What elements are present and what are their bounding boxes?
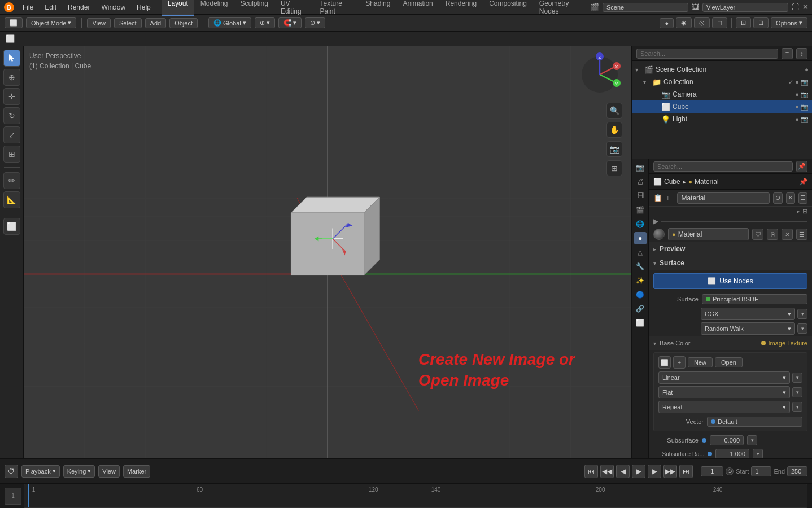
- tree-collection[interactable]: 📁 Collection ✓ ● 📷: [632, 76, 812, 88]
- transform-tool-btn[interactable]: ⊞: [3, 146, 20, 163]
- flat-expand-btn[interactable]: ▾: [792, 387, 802, 397]
- prev-frame-btn[interactable]: ◀: [616, 465, 630, 478]
- grid-toggle-btn[interactable]: ⊞: [606, 160, 622, 176]
- tree-light[interactable]: ▸ 💡 Light ● 📷: [632, 113, 812, 125]
- expand-all-btn[interactable]: ⊟: [802, 208, 807, 215]
- cursor-tool-btn[interactable]: ⊕: [3, 69, 20, 86]
- repeat-expand-btn[interactable]: ▾: [792, 402, 802, 412]
- tab-modeling[interactable]: Modeling: [195, 0, 234, 16]
- prop-render-icon[interactable]: 📷: [634, 161, 647, 174]
- random-walk-expand-btn[interactable]: ▾: [797, 323, 807, 334]
- scene-selector[interactable]: [603, 3, 688, 12]
- subsurface-expand-btn[interactable]: ▾: [747, 435, 757, 445]
- next-keyframe-btn[interactable]: ▶▶: [663, 465, 677, 478]
- add-menu-btn[interactable]: Add: [145, 18, 167, 28]
- prop-constraints-icon[interactable]: 🔗: [634, 303, 647, 315]
- prop-material-icon[interactable]: ●: [634, 232, 647, 244]
- close-window-btn[interactable]: ✕: [802, 3, 809, 11]
- tab-layout[interactable]: Layout: [162, 0, 194, 16]
- start-frame-input[interactable]: [751, 466, 771, 476]
- show-gizmos-btn[interactable]: ⊞: [753, 17, 769, 28]
- mat-extra-btn[interactable]: ☰: [796, 229, 807, 240]
- img-tex-new-btn[interactable]: New: [688, 357, 713, 367]
- view-layer-selector[interactable]: [702, 3, 788, 12]
- tree-cube[interactable]: ▸ ⬜ Cube ● 📷: [632, 100, 812, 113]
- frame-step-icon[interactable]: ⏱: [726, 467, 734, 475]
- next-frame-btn[interactable]: ▶: [648, 465, 661, 478]
- view-dropdown[interactable]: View: [98, 465, 120, 478]
- prop-object-icon[interactable]: ⬜: [634, 317, 647, 329]
- surface-section-header[interactable]: Surface: [649, 256, 812, 270]
- collection-eye-btn[interactable]: ●: [795, 78, 799, 86]
- prop-modifiers-icon[interactable]: 🔧: [634, 260, 647, 273]
- timeline-track[interactable]: 1 60 120 140 200 240: [24, 484, 807, 508]
- camera-view-btn[interactable]: 📷: [606, 141, 622, 157]
- vector-value[interactable]: Default: [707, 417, 802, 427]
- scale-tool-btn[interactable]: ⤢: [3, 126, 20, 143]
- properties-pin-btn[interactable]: 📌: [796, 161, 807, 172]
- viewport-shading-wireframe-btn[interactable]: ◻: [712, 17, 727, 28]
- marker-dropdown[interactable]: Marker: [123, 465, 150, 478]
- select-menu-btn[interactable]: Select: [114, 18, 142, 28]
- camera-eye-btn[interactable]: ●: [795, 91, 799, 98]
- linear-dropdown[interactable]: Linear ▾: [658, 371, 790, 384]
- viewport-shading-solid-btn[interactable]: ●: [660, 18, 674, 28]
- surface-value-display[interactable]: Principled BSDF: [702, 294, 807, 304]
- viewport-shading-material-btn[interactable]: ◉: [676, 17, 692, 28]
- ggx-expand-btn[interactable]: ▾: [797, 309, 807, 319]
- linear-expand-btn[interactable]: ▾: [792, 373, 802, 383]
- material-options-btn[interactable]: ☰: [798, 192, 807, 204]
- expand-btn[interactable]: ⛶: [792, 3, 799, 11]
- play-btn[interactable]: ▶: [632, 465, 645, 478]
- show-overlays-btn[interactable]: ⊡: [736, 17, 751, 28]
- view-menu-btn[interactable]: View: [87, 18, 111, 28]
- end-frame-input[interactable]: [787, 466, 807, 476]
- transform-orientation-btn[interactable]: 🌐 Global ▾: [208, 17, 251, 28]
- pan-btn[interactable]: ✋: [606, 122, 622, 138]
- breadcrumb-pin-btn[interactable]: 📌: [799, 178, 807, 186]
- keying-dropdown[interactable]: Keying ▾: [63, 465, 95, 478]
- viewport-gizmo[interactable]: X Y Z: [577, 52, 622, 97]
- eye-visible-btn[interactable]: ●: [805, 66, 809, 73]
- prop-view-layer-icon[interactable]: 🎞: [634, 190, 647, 202]
- tree-scene-collection[interactable]: 🎬 Scene Collection ●: [632, 63, 812, 76]
- playback-dropdown[interactable]: Playback ▾: [21, 465, 60, 478]
- material-plus-btn[interactable]: +: [666, 194, 670, 202]
- preview-section-header[interactable]: Preview: [649, 242, 812, 256]
- tab-uv-editing[interactable]: UV Editing: [275, 0, 313, 16]
- prop-object-data-icon[interactable]: △: [634, 246, 647, 259]
- timeline-area-icon[interactable]: ⏱: [5, 465, 18, 478]
- material-name-display[interactable]: ● Material: [668, 228, 749, 240]
- material-unlink-btn[interactable]: ✕: [786, 192, 795, 204]
- collapse-all-btn[interactable]: ▸: [797, 208, 800, 215]
- img-tex-open-btn[interactable]: Open: [715, 357, 743, 367]
- options-btn[interactable]: Options ▾: [771, 17, 807, 28]
- prev-keyframe-btn[interactable]: ◀◀: [600, 465, 614, 478]
- camera-render-btn[interactable]: 📷: [801, 91, 809, 98]
- properties-search-input[interactable]: [653, 161, 793, 172]
- outliner-sort-btn[interactable]: ↕: [796, 48, 807, 59]
- header-area-type-btn[interactable]: ⬜: [5, 17, 23, 28]
- menu-render[interactable]: Render: [63, 2, 94, 12]
- tab-texture-paint[interactable]: Texture Paint: [315, 0, 359, 16]
- viewport[interactable]: User Perspective (1) Collection | Cube C…: [24, 46, 631, 458]
- tree-camera[interactable]: ▸ 📷 Camera ● 📷: [632, 88, 812, 100]
- breadcrumb-mat-label[interactable]: Material: [695, 178, 719, 186]
- current-frame-input[interactable]: [701, 466, 723, 476]
- subsurface-ra-expand-btn[interactable]: ▾: [753, 449, 763, 458]
- proportional-edit-btn[interactable]: ⊙ ▾: [305, 17, 325, 28]
- light-render-btn[interactable]: 📷: [801, 116, 809, 123]
- menu-help[interactable]: Help: [132, 2, 155, 12]
- prop-physics-icon[interactable]: 🔵: [634, 288, 647, 301]
- mat-options-shield-btn[interactable]: 🛡: [752, 229, 763, 240]
- use-nodes-btn[interactable]: ⬜ Use Nodes: [653, 273, 807, 289]
- jump-to-start-btn[interactable]: ⏮: [584, 465, 598, 478]
- flat-dropdown[interactable]: Flat ▾: [658, 386, 790, 398]
- snap-btn[interactable]: 🧲 ▾: [278, 17, 302, 28]
- measure-tool-btn[interactable]: 📐: [3, 191, 20, 208]
- annotate-tool-btn[interactable]: ✏: [3, 172, 20, 189]
- mat-duplicate-btn[interactable]: ⎘: [767, 229, 778, 240]
- menu-edit[interactable]: Edit: [40, 2, 61, 12]
- preview-play-btn[interactable]: ▶: [653, 217, 658, 225]
- rotate-tool-btn[interactable]: ↻: [3, 107, 20, 124]
